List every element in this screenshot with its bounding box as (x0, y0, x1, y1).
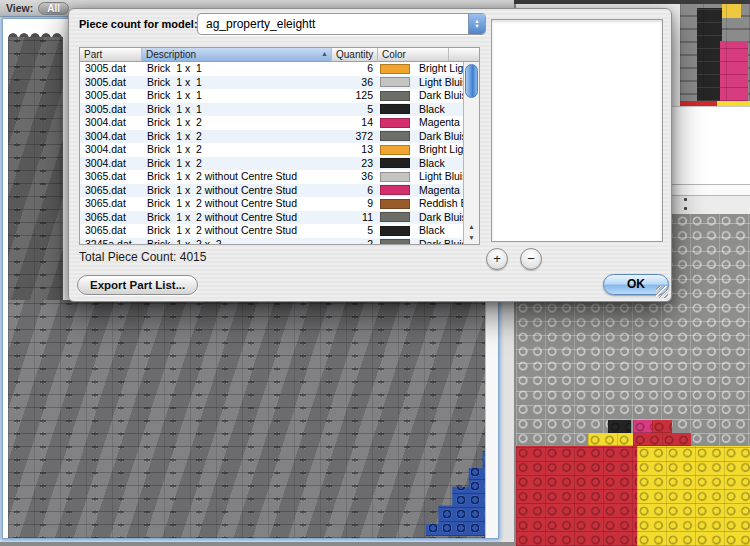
stepper-down-icon: ▼ (474, 24, 479, 30)
mosaic-red-brick-row (633, 433, 691, 446)
sort-ascending-icon: ▲ (321, 50, 328, 57)
cell-description: Brick 1 x 2 (142, 143, 332, 157)
cell-quantity: 11 (332, 211, 378, 225)
table-row[interactable]: 3004.dat Brick 1 x 2 23 Black (80, 157, 479, 171)
cell-part: 3245a.dat (80, 238, 142, 246)
cell-color-swatch (378, 116, 416, 130)
cell-quantity: 14 (332, 116, 378, 130)
scroll-down-icon[interactable]: ▼ (464, 232, 479, 243)
column-header-description-label: Description (146, 49, 196, 60)
table-row[interactable]: 3004.dat Brick 1 x 2 13 Bright Light Ora… (80, 143, 479, 157)
zoom-out-button[interactable]: − (520, 248, 542, 270)
cell-color-swatch (378, 143, 416, 157)
color-swatch (380, 226, 410, 236)
color-swatch (380, 212, 410, 222)
table-row[interactable]: 3065.dat Brick 1 x 2 without Centre Stud… (80, 224, 479, 238)
magenta-brick-column (720, 41, 748, 101)
cell-quantity: 6 (332, 62, 378, 76)
model-dropdown-value: ag_property_eleightt (206, 17, 315, 31)
cell-description: Brick 1 x 2 without Centre Stud (142, 197, 332, 211)
table-row[interactable]: 3065.dat Brick 1 x 2 without Centre Stud… (80, 211, 479, 225)
color-swatch (380, 91, 410, 101)
total-piece-count-value: 4015 (180, 250, 207, 264)
total-piece-count: Total Piece Count: 4015 (79, 250, 206, 264)
view-all-button[interactable]: All (38, 2, 69, 15)
scroll-up-icon[interactable]: ▲ (464, 221, 479, 232)
parts-table-scrollbar[interactable]: ▲ ▼ (463, 62, 479, 245)
piece-preview-panel (491, 19, 663, 242)
cell-color-swatch (378, 184, 416, 198)
scroll-up-icon[interactable]: ▲ (486, 538, 498, 539)
table-row[interactable]: 3005.dat Brick 1 x 1 36 Light Bluish Gra… (80, 76, 479, 90)
total-piece-count-label: Total Piece Count: (79, 250, 176, 264)
zoom-in-button[interactable]: + (486, 248, 508, 270)
cell-quantity: 2 (332, 238, 378, 246)
dialog-resize-grip[interactable] (656, 286, 668, 298)
dropdown-stepper-icon[interactable]: ▲ ▼ (468, 14, 485, 34)
cell-part: 3065.dat (80, 211, 142, 225)
table-row[interactable]: 3004.dat Brick 1 x 2 372 Dark Bluish Gra… (80, 130, 479, 144)
cell-part: 3005.dat (80, 76, 142, 90)
cell-part: 3005.dat (80, 62, 142, 76)
parts-table-body[interactable]: 3005.dat Brick 1 x 1 6 Bright Light Oran… (80, 62, 479, 245)
export-part-list-button[interactable]: Export Part List... (77, 275, 198, 295)
cell-quantity: 5 (332, 224, 378, 238)
color-swatch (380, 118, 410, 128)
color-swatch (380, 77, 410, 87)
cell-description: Brick 1 x 2 (142, 130, 332, 144)
cell-description: Brick 1 x 1 (142, 62, 332, 76)
scrollbar-arrow-icons[interactable]: ▲ ▼ (486, 538, 498, 539)
color-swatch (380, 199, 410, 209)
cell-quantity: 6 (332, 184, 378, 198)
mosaic-horizontal-scrollbar[interactable] (667, 184, 750, 196)
color-swatch (380, 172, 410, 182)
table-row[interactable]: 3005.dat Brick 1 x 1 6 Bright Light Oran… (80, 62, 479, 76)
table-row[interactable]: 3004.dat Brick 1 x 2 14 Magenta (80, 116, 479, 130)
parts-table-scroll-thumb[interactable] (465, 64, 478, 98)
table-row[interactable]: 3245a.dat Brick 1 x 2 x 2 2 Dark Bluish … (80, 238, 479, 246)
cell-color-swatch (378, 238, 416, 246)
column-header-description[interactable]: Description ▲ (142, 48, 332, 62)
column-header-quantity[interactable]: Quantity (332, 48, 378, 62)
parts-table-scroll-arrows[interactable]: ▲ ▼ (464, 221, 479, 243)
model-dropdown[interactable]: ag_property_eleightt ▲ ▼ (197, 13, 486, 35)
cell-part: 3004.dat (80, 143, 142, 157)
column-header-color[interactable]: Color (378, 48, 449, 62)
cell-color-swatch (378, 157, 416, 171)
cell-part: 3005.dat (80, 103, 142, 117)
color-swatch (380, 158, 410, 168)
cell-quantity: 372 (332, 130, 378, 144)
cell-description: Brick 1 x 2 (142, 116, 332, 130)
cell-quantity: 36 (332, 170, 378, 184)
cell-description: Brick 1 x 1 (142, 103, 332, 117)
brick-closeup-view (680, 4, 750, 101)
cell-quantity: 9 (332, 197, 378, 211)
table-row[interactable]: 3005.dat Brick 1 x 1 125 Dark Bluish Gra… (80, 89, 479, 103)
mosaic-yellow-brick-small (588, 433, 633, 446)
cell-part: 3065.dat (80, 170, 142, 184)
table-row[interactable]: 3005.dat Brick 1 x 1 5 Black (80, 103, 479, 117)
pane-handle-dots (684, 198, 690, 214)
cell-color-swatch (378, 130, 416, 144)
mosaic-black-brick (608, 420, 631, 433)
column-header-part[interactable]: Part (80, 48, 142, 62)
cell-color-swatch (378, 62, 416, 76)
cell-part: 3004.dat (80, 130, 142, 144)
mosaic-magenta-brick (633, 420, 652, 433)
table-row[interactable]: 3065.dat Brick 1 x 2 without Centre Stud… (80, 170, 479, 184)
cell-description: Brick 1 x 1 (142, 76, 332, 90)
cell-color-swatch (378, 89, 416, 103)
empty-canvas-pane (664, 106, 750, 185)
color-swatch (380, 239, 410, 245)
cell-color-swatch (378, 197, 416, 211)
cell-color-swatch (378, 211, 416, 225)
cell-quantity: 36 (332, 76, 378, 90)
cell-quantity: 13 (332, 143, 378, 157)
cell-description: Brick 1 x 2 (142, 157, 332, 171)
cell-color-swatch (378, 224, 416, 238)
column-header-spacer (449, 48, 479, 62)
yellow-brick (722, 4, 741, 18)
table-row[interactable]: 3065.dat Brick 1 x 2 without Centre Stud… (80, 197, 479, 211)
table-row[interactable]: 3065.dat Brick 1 x 2 without Centre Stud… (80, 184, 479, 198)
brick-wall-main (8, 300, 498, 538)
